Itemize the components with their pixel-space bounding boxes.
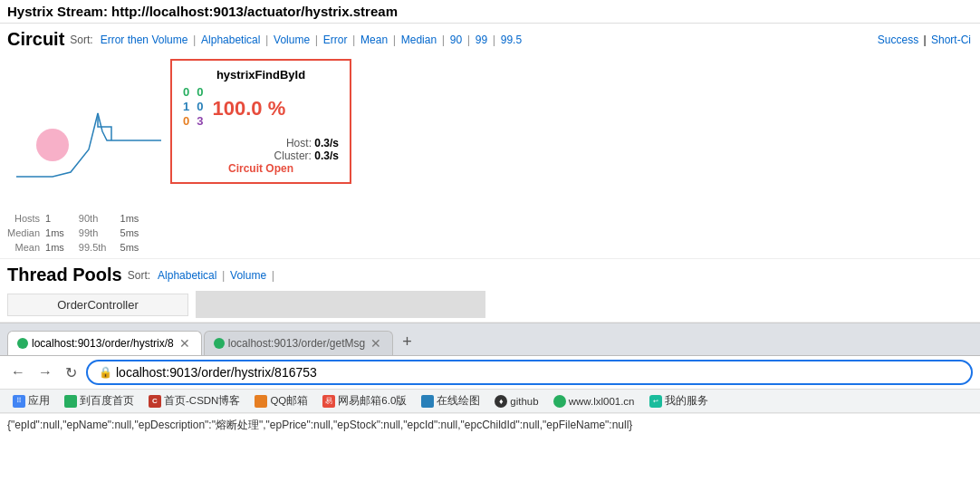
circuit-content: hystrixFindById 0 1 0 0 0 3 100.0 % bbox=[7, 55, 973, 207]
tab-inactive[interactable]: localhost:9013/order/getMsg ✕ bbox=[204, 331, 393, 355]
bookmark-myservice[interactable]: ↩ 我的服务 bbox=[644, 392, 714, 409]
sparkline-chart bbox=[7, 59, 161, 204]
success-link[interactable]: Success bbox=[878, 34, 918, 46]
tab-active[interactable]: localhost:9013/order/hystrix/8 ✕ bbox=[7, 331, 202, 355]
thread-pools-sort-links: Alphabetical | Volume | bbox=[156, 268, 274, 282]
stats-col3-vals: 1ms 5ms 5ms bbox=[120, 211, 139, 255]
sort-error[interactable]: Error bbox=[323, 34, 348, 46]
stats-col2-labels: 90th 99th 99.5th bbox=[79, 211, 107, 255]
reload-button[interactable]: ↻ bbox=[62, 362, 81, 383]
sort-label: Sort: bbox=[70, 34, 92, 46]
baidu-icon bbox=[64, 395, 77, 408]
bookmark-qq[interactable]: QQ邮箱 bbox=[249, 392, 313, 409]
bookmark-apps[interactable]: ⠿ 应用 bbox=[7, 392, 55, 409]
sort-alphabetical[interactable]: Alphabetical bbox=[201, 34, 260, 46]
stat-blue-1: 1 bbox=[183, 100, 189, 113]
myservice-icon: ↩ bbox=[649, 395, 662, 408]
forward-button[interactable]: → bbox=[34, 362, 56, 382]
sort-mean[interactable]: Mean bbox=[360, 34, 388, 46]
new-tab-button[interactable]: + bbox=[395, 329, 419, 355]
drawing-icon bbox=[421, 395, 434, 408]
tp-sort-alphabetical[interactable]: Alphabetical bbox=[158, 269, 216, 282]
bookmark-drawing-label: 在线绘图 bbox=[437, 394, 480, 408]
stat-orange-0: 0 bbox=[183, 114, 189, 128]
sort-links: Error then Volume | Alphabetical | Volum… bbox=[99, 33, 524, 46]
bookmark-netease-label: 网易邮箱6.0版 bbox=[338, 394, 407, 408]
card-host-cluster: Host: 0.3/s Cluster: 0.3/s bbox=[183, 137, 339, 162]
bookmarks-bar: ⠿ 应用 到百度首页 C 首页-CSDN博客 QQ邮箱 易 网易邮箱6.0版 在… bbox=[0, 389, 980, 413]
card-stats: 0 1 0 0 0 3 bbox=[183, 85, 203, 128]
hystrix-card: hystrixFindById 0 1 0 0 0 3 100.0 % bbox=[170, 59, 351, 184]
thread-pools-section: Thread Pools Sort: Alphabetical | Volume… bbox=[0, 259, 980, 323]
address-bar-row: ← → ↻ 🔒 bbox=[0, 355, 980, 389]
circuit-section: Circuit Sort: Error then Volume | Alphab… bbox=[0, 24, 980, 259]
sparkline-area bbox=[7, 59, 161, 204]
tab-favicon-1 bbox=[17, 338, 28, 349]
lock-icon: 🔒 bbox=[99, 366, 112, 379]
short-ci-link[interactable]: Short-Ci bbox=[931, 34, 971, 46]
order-controller-row: OrderController bbox=[7, 291, 973, 318]
bookmark-myservice-label: 我的服务 bbox=[665, 394, 708, 408]
qq-icon bbox=[255, 395, 267, 408]
bookmark-netease[interactable]: 易 网易邮箱6.0版 bbox=[317, 392, 412, 409]
bookmark-qq-label: QQ邮箱 bbox=[270, 394, 308, 408]
stat-green-0: 0 bbox=[183, 85, 189, 99]
stat-green-0b: 0 bbox=[197, 85, 203, 99]
tab-close-1[interactable]: ✕ bbox=[178, 336, 192, 351]
json-output: {"epId":null,"epName":null,"epDescriptio… bbox=[7, 419, 632, 431]
sort-volume[interactable]: Volume bbox=[274, 34, 310, 46]
order-controller-extra bbox=[196, 291, 485, 318]
stat-col2: 0 0 3 bbox=[197, 85, 203, 128]
sort-median[interactable]: Median bbox=[401, 34, 437, 46]
host-rate: 0.3/s bbox=[314, 137, 339, 149]
hystrix-title: Hystrix Stream: http://localhost:9013/ac… bbox=[7, 4, 398, 19]
back-button[interactable]: ← bbox=[7, 362, 29, 382]
tab-favicon-2 bbox=[214, 338, 225, 349]
circuit-header: Circuit Sort: Error then Volume | Alphab… bbox=[7, 29, 973, 50]
order-controller-box: OrderController bbox=[7, 294, 188, 316]
sort-error-volume[interactable]: Error then Volume bbox=[101, 34, 188, 46]
bottom-stats: Hosts Median Mean 1 1ms 1ms 90th 99th 99… bbox=[7, 211, 973, 255]
circuit-open: Circuit Open bbox=[183, 162, 339, 175]
bookmark-csdn[interactable]: C 首页-CSDN博客 bbox=[143, 392, 245, 409]
thread-pools-sort-label: Sort: bbox=[128, 269, 150, 282]
address-bar[interactable]: 🔒 bbox=[86, 360, 973, 385]
json-output-bar: {"epId":null,"epName":null,"epDescriptio… bbox=[0, 413, 980, 437]
csdn-icon: C bbox=[149, 395, 161, 408]
tab-close-2[interactable]: ✕ bbox=[369, 336, 383, 351]
svg-point-0 bbox=[36, 129, 69, 161]
circuit-title: Circuit bbox=[7, 29, 64, 50]
thread-pools-header: Thread Pools Sort: Alphabetical | Volume… bbox=[7, 265, 973, 285]
bookmark-baidu[interactable]: 到百度首页 bbox=[59, 392, 139, 409]
percentage: 100.0 % bbox=[212, 97, 285, 120]
github-icon: ♦ bbox=[495, 395, 507, 408]
browser-chrome: localhost:9013/order/hystrix/8 ✕ localho… bbox=[0, 323, 980, 413]
bookmark-github[interactable]: ♦ github bbox=[489, 393, 543, 409]
bookmark-lxl-label: www.lxl001.cn bbox=[569, 396, 635, 407]
apps-icon: ⠿ bbox=[13, 395, 25, 408]
stat-blue-0: 0 bbox=[197, 100, 203, 113]
stat-col1: 0 1 0 bbox=[183, 85, 189, 128]
globe-icon bbox=[553, 395, 566, 408]
bookmark-github-label: github bbox=[510, 396, 538, 407]
cluster-rate: 0.3/s bbox=[314, 149, 339, 162]
stat-purple-3: 3 bbox=[197, 114, 203, 128]
sort-99[interactable]: 99 bbox=[476, 34, 487, 46]
bookmark-csdn-label: 首页-CSDN博客 bbox=[164, 394, 240, 408]
card-title: hystrixFindById bbox=[183, 68, 339, 82]
bookmark-lxl[interactable]: www.lxl001.cn bbox=[548, 393, 640, 409]
stats-col2-vals bbox=[111, 211, 114, 255]
netease-icon: 易 bbox=[322, 395, 335, 408]
tab-text-2: localhost:9013/order/getMsg bbox=[228, 337, 365, 350]
sort-99-5[interactable]: 99.5 bbox=[501, 34, 522, 46]
stats-vals: 1 1ms 1ms bbox=[45, 211, 64, 255]
address-input[interactable] bbox=[116, 365, 960, 380]
tp-sort-volume[interactable]: Volume bbox=[230, 269, 266, 282]
hystrix-header: Hystrix Stream: http://localhost:9013/ac… bbox=[0, 0, 980, 24]
thread-pools-title: Thread Pools bbox=[7, 265, 122, 285]
sort-90[interactable]: 90 bbox=[450, 34, 462, 46]
tab-text-1: localhost:9013/order/hystrix/8 bbox=[32, 337, 174, 350]
bookmark-drawing[interactable]: 在线绘图 bbox=[416, 392, 485, 409]
bookmark-baidu-label: 到百度首页 bbox=[80, 394, 134, 408]
tabs-bar: localhost:9013/order/hystrix/8 ✕ localho… bbox=[0, 323, 980, 355]
